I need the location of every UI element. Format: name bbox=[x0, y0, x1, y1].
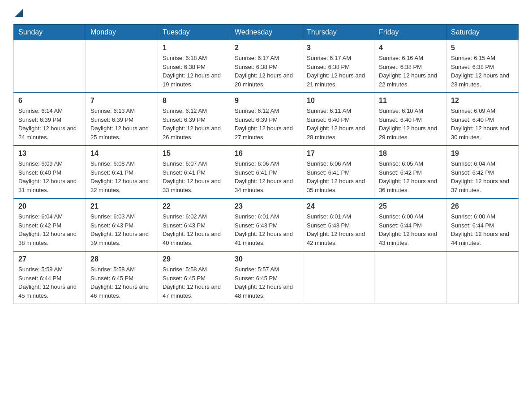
calendar-cell: 22Sunrise: 6:02 AMSunset: 6:43 PMDayligh… bbox=[158, 198, 230, 251]
calendar-cell: 17Sunrise: 6:06 AMSunset: 6:41 PMDayligh… bbox=[302, 146, 374, 198]
day-number: 6 bbox=[18, 97, 81, 105]
calendar-cell: 29Sunrise: 5:58 AMSunset: 6:45 PMDayligh… bbox=[158, 251, 230, 304]
calendar-header-thursday: Thursday bbox=[302, 25, 374, 40]
day-number: 30 bbox=[235, 255, 297, 263]
day-info: Sunrise: 6:17 AMSunset: 6:38 PMDaylight:… bbox=[235, 54, 297, 89]
day-number: 10 bbox=[307, 97, 369, 105]
page-header bbox=[13, 9, 519, 15]
calendar-header-friday: Friday bbox=[374, 25, 446, 40]
calendar-cell: 14Sunrise: 6:08 AMSunset: 6:41 PMDayligh… bbox=[86, 146, 158, 198]
calendar-header-row: SundayMondayTuesdayWednesdayThursdayFrid… bbox=[14, 25, 519, 40]
day-number: 26 bbox=[451, 202, 514, 210]
calendar-header-monday: Monday bbox=[86, 25, 158, 40]
calendar-cell bbox=[14, 40, 86, 93]
day-number: 23 bbox=[235, 202, 297, 210]
day-info: Sunrise: 6:13 AMSunset: 6:39 PMDaylight:… bbox=[90, 107, 153, 141]
calendar-cell: 27Sunrise: 5:59 AMSunset: 6:44 PMDayligh… bbox=[14, 251, 86, 304]
day-number: 24 bbox=[307, 202, 369, 210]
calendar-week-row: 13Sunrise: 6:09 AMSunset: 6:40 PMDayligh… bbox=[14, 146, 519, 198]
calendar-cell bbox=[86, 40, 158, 93]
calendar-cell: 28Sunrise: 5:58 AMSunset: 6:45 PMDayligh… bbox=[86, 251, 158, 304]
calendar-header-wednesday: Wednesday bbox=[230, 25, 302, 40]
day-info: Sunrise: 6:06 AMSunset: 6:41 PMDaylight:… bbox=[235, 159, 297, 194]
calendar-cell: 25Sunrise: 6:00 AMSunset: 6:44 PMDayligh… bbox=[374, 198, 446, 251]
day-info: Sunrise: 6:18 AMSunset: 6:38 PMDaylight:… bbox=[163, 54, 225, 89]
day-number: 19 bbox=[451, 150, 514, 158]
calendar-cell: 2Sunrise: 6:17 AMSunset: 6:38 PMDaylight… bbox=[230, 40, 302, 93]
calendar-week-row: 1Sunrise: 6:18 AMSunset: 6:38 PMDaylight… bbox=[14, 40, 519, 93]
day-info: Sunrise: 6:14 AMSunset: 6:39 PMDaylight:… bbox=[18, 107, 81, 141]
day-info: Sunrise: 6:06 AMSunset: 6:41 PMDaylight:… bbox=[307, 159, 369, 194]
day-info: Sunrise: 6:08 AMSunset: 6:41 PMDaylight:… bbox=[90, 159, 153, 194]
calendar-cell: 30Sunrise: 5:57 AMSunset: 6:45 PMDayligh… bbox=[230, 251, 302, 304]
day-number: 29 bbox=[163, 255, 225, 263]
calendar-cell: 1Sunrise: 6:18 AMSunset: 6:38 PMDaylight… bbox=[158, 40, 230, 93]
calendar-cell: 10Sunrise: 6:11 AMSunset: 6:40 PMDayligh… bbox=[302, 93, 374, 146]
day-number: 1 bbox=[163, 44, 225, 52]
day-number: 22 bbox=[163, 202, 225, 210]
calendar-cell bbox=[374, 251, 446, 304]
calendar-cell: 4Sunrise: 6:16 AMSunset: 6:38 PMDaylight… bbox=[374, 40, 446, 93]
calendar-header-sunday: Sunday bbox=[14, 25, 86, 40]
day-number: 21 bbox=[90, 202, 153, 210]
day-info: Sunrise: 6:00 AMSunset: 6:44 PMDaylight:… bbox=[451, 212, 514, 247]
calendar-cell: 5Sunrise: 6:15 AMSunset: 6:38 PMDaylight… bbox=[446, 40, 519, 93]
day-info: Sunrise: 6:10 AMSunset: 6:40 PMDaylight:… bbox=[379, 107, 442, 141]
logo-triangle-icon bbox=[15, 9, 23, 17]
day-number: 3 bbox=[307, 44, 369, 52]
day-info: Sunrise: 5:58 AMSunset: 6:45 PMDaylight:… bbox=[163, 265, 225, 300]
day-number: 25 bbox=[379, 202, 442, 210]
calendar-cell: 9Sunrise: 6:12 AMSunset: 6:39 PMDaylight… bbox=[230, 93, 302, 146]
calendar-cell: 6Sunrise: 6:14 AMSunset: 6:39 PMDaylight… bbox=[14, 93, 86, 146]
day-number: 12 bbox=[451, 97, 514, 105]
day-info: Sunrise: 6:17 AMSunset: 6:38 PMDaylight:… bbox=[307, 54, 369, 89]
logo bbox=[13, 9, 23, 15]
day-info: Sunrise: 6:09 AMSunset: 6:40 PMDaylight:… bbox=[451, 107, 514, 141]
calendar-header-tuesday: Tuesday bbox=[158, 25, 230, 40]
day-info: Sunrise: 6:03 AMSunset: 6:43 PMDaylight:… bbox=[90, 212, 153, 247]
day-number: 5 bbox=[451, 44, 514, 52]
day-number: 9 bbox=[235, 97, 297, 105]
calendar-cell: 21Sunrise: 6:03 AMSunset: 6:43 PMDayligh… bbox=[86, 198, 158, 251]
calendar-week-row: 20Sunrise: 6:04 AMSunset: 6:42 PMDayligh… bbox=[14, 198, 519, 251]
calendar-cell: 23Sunrise: 6:01 AMSunset: 6:43 PMDayligh… bbox=[230, 198, 302, 251]
day-number: 20 bbox=[18, 202, 81, 210]
calendar-header-saturday: Saturday bbox=[446, 25, 519, 40]
day-number: 8 bbox=[163, 97, 225, 105]
day-info: Sunrise: 6:01 AMSunset: 6:43 PMDaylight:… bbox=[235, 212, 297, 247]
calendar-cell: 13Sunrise: 6:09 AMSunset: 6:40 PMDayligh… bbox=[14, 146, 86, 198]
calendar-week-row: 6Sunrise: 6:14 AMSunset: 6:39 PMDaylight… bbox=[14, 93, 519, 146]
calendar-cell: 11Sunrise: 6:10 AMSunset: 6:40 PMDayligh… bbox=[374, 93, 446, 146]
calendar-cell: 7Sunrise: 6:13 AMSunset: 6:39 PMDaylight… bbox=[86, 93, 158, 146]
day-number: 15 bbox=[163, 150, 225, 158]
day-number: 17 bbox=[307, 150, 369, 158]
calendar-cell: 20Sunrise: 6:04 AMSunset: 6:42 PMDayligh… bbox=[14, 198, 86, 251]
day-info: Sunrise: 5:58 AMSunset: 6:45 PMDaylight:… bbox=[90, 265, 153, 300]
calendar-cell bbox=[302, 251, 374, 304]
day-number: 11 bbox=[379, 97, 442, 105]
calendar-cell: 3Sunrise: 6:17 AMSunset: 6:38 PMDaylight… bbox=[302, 40, 374, 93]
day-info: Sunrise: 6:12 AMSunset: 6:39 PMDaylight:… bbox=[235, 107, 297, 141]
calendar-cell: 8Sunrise: 6:12 AMSunset: 6:39 PMDaylight… bbox=[158, 93, 230, 146]
calendar-cell: 19Sunrise: 6:04 AMSunset: 6:42 PMDayligh… bbox=[446, 146, 519, 198]
day-info: Sunrise: 6:07 AMSunset: 6:41 PMDaylight:… bbox=[163, 159, 225, 194]
day-number: 18 bbox=[379, 150, 442, 158]
day-number: 14 bbox=[90, 150, 153, 158]
day-number: 2 bbox=[235, 44, 297, 52]
day-number: 4 bbox=[379, 44, 442, 52]
day-info: Sunrise: 6:04 AMSunset: 6:42 PMDaylight:… bbox=[451, 159, 514, 194]
day-info: Sunrise: 6:02 AMSunset: 6:43 PMDaylight:… bbox=[163, 212, 225, 247]
day-number: 27 bbox=[18, 255, 81, 263]
day-info: Sunrise: 6:11 AMSunset: 6:40 PMDaylight:… bbox=[307, 107, 369, 141]
calendar-cell: 16Sunrise: 6:06 AMSunset: 6:41 PMDayligh… bbox=[230, 146, 302, 198]
day-info: Sunrise: 5:57 AMSunset: 6:45 PMDaylight:… bbox=[235, 265, 297, 300]
day-info: Sunrise: 6:09 AMSunset: 6:40 PMDaylight:… bbox=[18, 159, 81, 194]
calendar-week-row: 27Sunrise: 5:59 AMSunset: 6:44 PMDayligh… bbox=[14, 251, 519, 304]
day-number: 16 bbox=[235, 150, 297, 158]
calendar-table: SundayMondayTuesdayWednesdayThursdayFrid… bbox=[13, 24, 519, 304]
day-info: Sunrise: 6:00 AMSunset: 6:44 PMDaylight:… bbox=[379, 212, 442, 247]
calendar-cell: 12Sunrise: 6:09 AMSunset: 6:40 PMDayligh… bbox=[446, 93, 519, 146]
day-info: Sunrise: 6:15 AMSunset: 6:38 PMDaylight:… bbox=[451, 54, 514, 89]
day-info: Sunrise: 6:12 AMSunset: 6:39 PMDaylight:… bbox=[163, 107, 225, 141]
calendar-cell: 15Sunrise: 6:07 AMSunset: 6:41 PMDayligh… bbox=[158, 146, 230, 198]
